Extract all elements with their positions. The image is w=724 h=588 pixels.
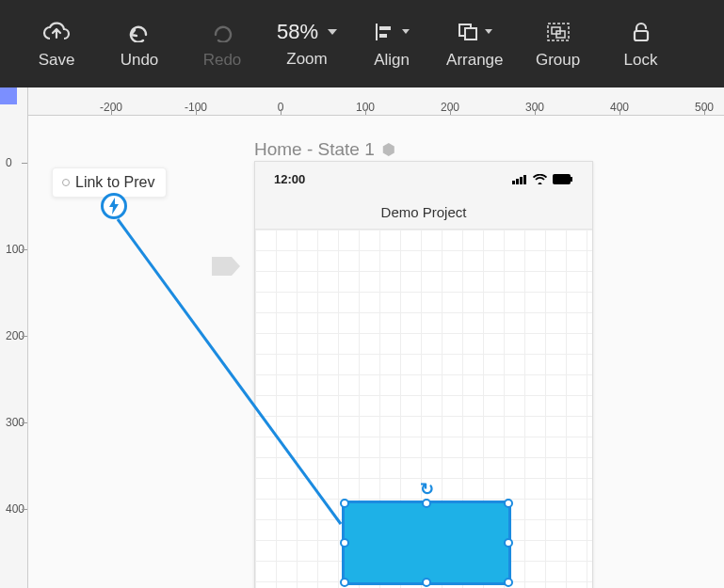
resize-handle-n[interactable] xyxy=(422,499,431,508)
svg-rect-11 xyxy=(516,179,519,184)
status-indicators xyxy=(512,174,573,184)
caret-down-icon xyxy=(485,29,492,34)
group-button[interactable]: Group xyxy=(530,19,587,70)
interaction-node[interactable] xyxy=(101,193,127,219)
cloud-up-icon xyxy=(42,19,71,45)
align-left-icon xyxy=(374,19,410,45)
selected-rectangle[interactable]: ↻ xyxy=(342,501,511,585)
svg-rect-0 xyxy=(376,24,378,40)
workspace: -200-1000100200300400500 010020030040050… xyxy=(0,87,724,588)
resize-handle-sw[interactable] xyxy=(340,578,349,587)
resize-handle-e[interactable] xyxy=(504,538,513,548)
arrange-button[interactable]: Arrange xyxy=(446,19,503,70)
state-tag-icon[interactable] xyxy=(212,257,240,276)
device-status-bar: 12:00 xyxy=(255,162,592,196)
zoom-value: 58% xyxy=(277,20,318,44)
svg-rect-4 xyxy=(465,28,476,40)
resize-handle-nw[interactable] xyxy=(340,499,349,508)
page-title: Home - State 1 xyxy=(254,139,375,160)
svg-rect-1 xyxy=(379,26,391,30)
svg-rect-10 xyxy=(512,181,515,184)
lock-button[interactable]: Lock xyxy=(613,19,669,70)
align-button[interactable]: Align xyxy=(363,19,420,70)
zoom-control[interactable]: 58% Zoom xyxy=(277,20,337,69)
artboard[interactable]: 12:00 Demo Project ↻ xyxy=(254,161,593,588)
signal-icon xyxy=(512,174,527,184)
wifi-icon xyxy=(533,174,547,184)
svg-rect-14 xyxy=(553,174,571,184)
caret-down-icon xyxy=(328,29,337,35)
resize-handle-ne[interactable] xyxy=(504,499,513,508)
page-title-bar[interactable]: Home - State 1 xyxy=(254,139,395,160)
save-button[interactable]: Save xyxy=(28,19,85,70)
arrange-icon xyxy=(457,19,492,45)
ruler-corner[interactable] xyxy=(0,87,17,104)
redo-button[interactable]: Redo xyxy=(194,19,250,70)
svg-rect-15 xyxy=(571,177,572,182)
bolt-icon xyxy=(107,198,121,215)
battery-icon xyxy=(553,174,573,184)
link-chip-label: Link to Prev xyxy=(75,174,154,191)
caret-down-icon xyxy=(402,29,410,34)
svg-rect-13 xyxy=(523,175,526,184)
group-icon xyxy=(545,19,571,45)
status-time: 12:00 xyxy=(274,172,305,186)
artboard-title: Demo Project xyxy=(255,196,592,230)
resize-handle-w[interactable] xyxy=(340,538,349,548)
resize-handle-s[interactable] xyxy=(422,578,431,587)
settings-badge-icon[interactable] xyxy=(382,143,395,156)
resize-handle-se[interactable] xyxy=(504,578,513,587)
redo-icon xyxy=(210,19,234,45)
undo-button[interactable]: Undo xyxy=(111,19,168,70)
vertical-ruler[interactable]: 0100200300400500 xyxy=(0,87,28,588)
horizontal-ruler[interactable]: -200-1000100200300400500 xyxy=(0,87,724,116)
svg-rect-12 xyxy=(520,177,523,184)
link-dot-icon xyxy=(62,179,70,186)
svg-rect-2 xyxy=(379,34,387,38)
svg-rect-8 xyxy=(635,31,648,40)
top-toolbar: Save Undo Redo 58% Zoom Align Arrange xyxy=(0,0,724,87)
zoom-value-row: 58% xyxy=(277,20,337,44)
canvas[interactable]: Home - State 1 Link to Prev 12:00 Dem xyxy=(28,116,724,588)
undo-icon xyxy=(127,19,152,45)
lock-open-icon xyxy=(630,19,652,45)
rotate-handle-icon[interactable]: ↻ xyxy=(420,479,434,500)
